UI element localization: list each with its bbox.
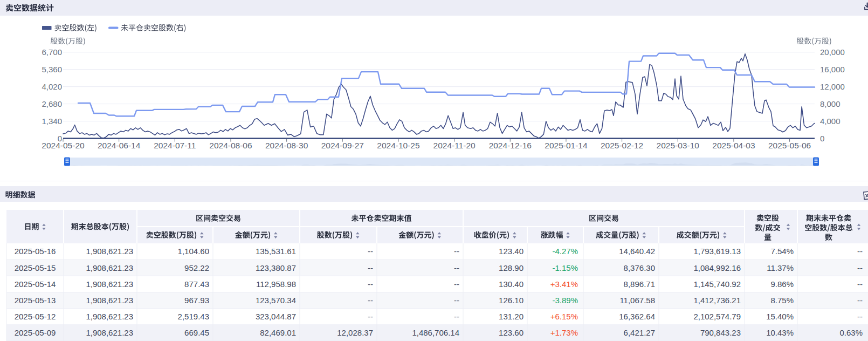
svg-text:1,908,621.23: 1,908,621.23 [86,279,133,289]
svg-text:12,000: 12,000 [820,82,845,91]
svg-text:2,102,574.79: 2,102,574.79 [693,312,741,321]
svg-text:2025-05-12: 2025-05-12 [15,312,56,321]
svg-text:2024-06-14: 2024-06-14 [98,141,141,150]
svg-text:0.63%: 0.63% [839,328,863,337]
svg-text:8,896.71: 8,896.71 [624,279,655,289]
svg-text:--: -- [368,296,373,305]
svg-text:1,412,736.21: 1,412,736.21 [693,296,741,305]
svg-text:952.22: 952.22 [184,263,209,272]
svg-text:--: -- [857,279,863,289]
svg-text:--: -- [368,312,373,321]
svg-text:6,421.27: 6,421.27 [624,328,655,337]
svg-text:--: -- [857,247,863,256]
svg-text:1,104.60: 1,104.60 [178,247,209,256]
svg-text:2024-10-25: 2024-10-25 [377,141,419,150]
svg-text:1,340: 1,340 [42,117,62,126]
svg-text:--: -- [857,296,863,305]
svg-text:2025-05-16: 2025-05-16 [15,247,56,256]
svg-text:2024-12-16: 2024-12-16 [489,141,532,150]
svg-text:1,145,740.92: 1,145,740.92 [693,279,741,289]
svg-text:16,362.64: 16,362.64 [619,312,655,321]
svg-text:2,680: 2,680 [42,99,62,108]
svg-text:20,000: 20,000 [820,47,845,57]
svg-text:82,469.01: 82,469.01 [260,328,296,337]
svg-text:--: -- [454,247,459,256]
svg-text:877.43: 877.43 [184,279,209,289]
svg-text:+6.15%: +6.15% [550,312,578,321]
svg-text:15.40%: 15.40% [766,312,794,321]
svg-text:112,958.98: 112,958.98 [256,279,296,289]
svg-text:2,519.43: 2,519.43 [178,312,209,321]
svg-text:--: -- [857,263,863,272]
svg-text:2024-11-20: 2024-11-20 [433,141,476,150]
svg-text:14,640.42: 14,640.42 [619,247,655,256]
svg-text:2024-09-27: 2024-09-27 [321,141,364,150]
svg-text:+3.41%: +3.41% [550,279,578,289]
svg-text:123.60: 123.60 [499,328,523,337]
svg-text:2025-05-06: 2025-05-06 [768,141,811,150]
svg-text:2024-08-30: 2024-08-30 [265,141,308,150]
svg-text:--: -- [454,279,459,289]
svg-text:323,044.87: 323,044.87 [256,312,296,321]
svg-text:2025-02-12: 2025-02-12 [601,141,643,150]
svg-text:8,000: 8,000 [820,99,841,108]
svg-text:135,531.61: 135,531.61 [256,247,296,256]
svg-text:1,908,621.23: 1,908,621.23 [86,247,133,256]
svg-text:131.20: 131.20 [499,312,523,321]
svg-text:2025-05-15: 2025-05-15 [15,263,56,272]
svg-text:130.40: 130.40 [499,279,523,289]
svg-text:11.37%: 11.37% [767,263,794,272]
svg-text:11,067.58: 11,067.58 [619,296,655,305]
svg-text:123.40: 123.40 [499,247,523,256]
svg-text:1,793,619.13: 1,793,619.13 [693,247,741,256]
svg-text:2025-05-14: 2025-05-14 [15,279,56,289]
svg-text:790,843.23: 790,843.23 [700,328,741,337]
svg-text:-4.27%: -4.27% [552,247,578,256]
svg-text:126.10: 126.10 [499,296,523,305]
svg-text:16,000: 16,000 [820,65,845,74]
svg-text:1,908,621.23: 1,908,621.23 [86,296,133,305]
svg-text:669.45: 669.45 [184,328,209,337]
svg-text:0: 0 [820,134,824,143]
svg-text:--: -- [857,312,863,321]
svg-text:128.90: 128.90 [499,263,523,272]
svg-text:1,084,992.16: 1,084,992.16 [693,263,741,272]
svg-text:7.54%: 7.54% [770,247,794,256]
svg-text:--: -- [454,312,459,321]
svg-text:-1.15%: -1.15% [552,263,578,272]
svg-text:--: -- [368,263,373,272]
svg-text:2025-04-03: 2025-04-03 [712,141,755,150]
svg-text:2024-05-20: 2024-05-20 [42,141,85,150]
svg-text:--: -- [368,279,373,289]
svg-text:1,486,706.14: 1,486,706.14 [412,328,459,337]
svg-text:4,020: 4,020 [42,82,62,91]
svg-text:2025-05-13: 2025-05-13 [15,296,56,305]
svg-text:+1.73%: +1.73% [550,328,578,337]
svg-text:2024-07-11: 2024-07-11 [154,141,196,150]
svg-text:2025-01-14: 2025-01-14 [545,141,588,150]
svg-text:6,700: 6,700 [42,47,62,57]
svg-text:12,028.37: 12,028.37 [337,328,373,337]
svg-text:--: -- [454,296,459,305]
svg-text:123,380.87: 123,380.87 [256,263,296,272]
svg-text:--: -- [368,247,373,256]
svg-text:967.93: 967.93 [184,296,209,305]
svg-text:10.43%: 10.43% [766,328,794,337]
svg-text:8.75%: 8.75% [770,296,794,305]
svg-text:9.86%: 9.86% [770,279,794,289]
svg-text:-3.89%: -3.89% [552,296,578,305]
svg-text:1,908,621.23: 1,908,621.23 [86,328,133,337]
svg-text:--: -- [454,263,459,272]
svg-text:1,908,621.23: 1,908,621.23 [86,312,133,321]
svg-text:2025-05-09: 2025-05-09 [15,328,56,337]
svg-text:5,360: 5,360 [42,65,62,74]
svg-text:1,908,621.23: 1,908,621.23 [86,263,133,272]
svg-text:2024-08-06: 2024-08-06 [209,141,252,150]
svg-text:123,570.34: 123,570.34 [256,296,296,305]
svg-text:4,000: 4,000 [820,117,841,126]
svg-text:8,376.30: 8,376.30 [624,263,655,272]
svg-text:2025-03-10: 2025-03-10 [657,141,700,150]
